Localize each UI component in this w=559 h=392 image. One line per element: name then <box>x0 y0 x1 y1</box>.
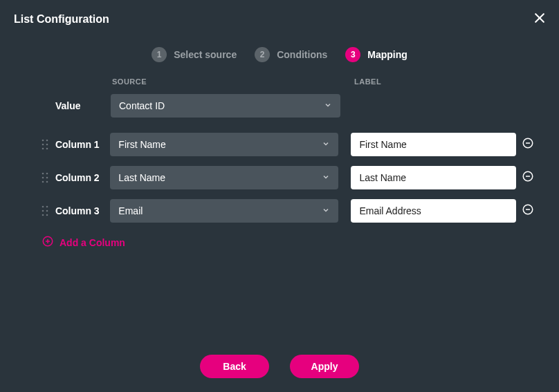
svg-point-20 <box>42 210 44 212</box>
svg-point-5 <box>46 144 48 146</box>
column-label: Column 2 <box>55 172 110 183</box>
svg-point-4 <box>42 144 44 146</box>
svg-point-11 <box>46 173 48 175</box>
value-source-select[interactable]: Contact ID <box>111 94 340 118</box>
mapping-content: SOURCE LABEL Value Contact ID Column 1 F… <box>0 77 559 342</box>
chevron-down-icon <box>322 205 330 216</box>
minus-circle-icon <box>522 170 534 185</box>
svg-point-23 <box>46 214 48 216</box>
step-label: Mapping <box>367 49 407 60</box>
value-label: Value <box>55 100 111 111</box>
column-source-select[interactable]: Last Name <box>110 166 338 189</box>
add-column-button[interactable]: Add a Column <box>42 235 125 250</box>
svg-point-7 <box>46 148 48 150</box>
svg-point-18 <box>42 206 44 208</box>
remove-column-button[interactable] <box>522 203 534 218</box>
list-config-modal: List Configuration 1 Select source 2 Con… <box>0 0 559 392</box>
chevron-down-icon <box>322 172 330 183</box>
modal-title: List Configuration <box>14 13 109 26</box>
drag-handle-icon[interactable] <box>42 172 55 183</box>
step-label: Conditions <box>277 49 327 60</box>
column-headers: SOURCE LABEL <box>42 77 534 86</box>
svg-point-12 <box>42 177 44 179</box>
drag-handle-icon[interactable] <box>42 139 55 150</box>
back-button[interactable]: Back <box>200 355 269 378</box>
svg-point-2 <box>42 140 44 142</box>
svg-point-21 <box>46 210 48 212</box>
select-value: Last Name <box>118 172 165 183</box>
remove-column-button[interactable] <box>522 170 534 185</box>
minus-circle-icon <box>522 137 534 152</box>
svg-point-10 <box>42 173 44 175</box>
svg-point-13 <box>46 177 48 179</box>
apply-button[interactable]: Apply <box>290 355 359 378</box>
svg-point-3 <box>46 140 48 142</box>
modal-header: List Configuration <box>0 0 559 39</box>
minus-circle-icon <box>522 203 534 218</box>
svg-point-22 <box>42 214 44 216</box>
wizard-stepper: 1 Select source 2 Conditions 3 Mapping <box>0 39 559 77</box>
step-label: Select source <box>174 49 237 60</box>
select-value: First Name <box>118 139 165 150</box>
step-number: 1 <box>152 47 167 62</box>
step-mapping[interactable]: 3 Mapping <box>345 47 407 62</box>
chevron-down-icon <box>322 139 330 150</box>
value-row: Value Contact ID <box>42 94 534 118</box>
svg-point-15 <box>46 181 48 183</box>
svg-point-19 <box>46 206 48 208</box>
remove-column-button[interactable] <box>522 137 534 152</box>
step-number: 3 <box>345 47 360 62</box>
label-header: LABEL <box>340 77 381 86</box>
column-source-select[interactable]: Email <box>110 199 338 223</box>
source-header: SOURCE <box>111 77 340 86</box>
column-row: Column 2 Last Name <box>42 166 534 189</box>
add-column-label: Add a Column <box>59 237 125 248</box>
column-source-select[interactable]: First Name <box>110 133 338 156</box>
close-button[interactable] <box>533 11 547 28</box>
select-value: Contact ID <box>119 100 165 111</box>
column-label-input[interactable] <box>351 166 516 189</box>
column-row: Column 3 Email <box>42 199 534 223</box>
column-label: Column 1 <box>55 139 110 150</box>
column-label: Column 3 <box>55 205 110 216</box>
select-value: Email <box>118 205 143 216</box>
drag-handle-icon[interactable] <box>42 205 55 216</box>
svg-point-14 <box>42 181 44 183</box>
step-conditions[interactable]: 2 Conditions <box>255 47 327 62</box>
close-icon <box>533 11 547 28</box>
column-row: Column 1 First Name <box>42 133 534 156</box>
column-label-input[interactable] <box>351 199 516 223</box>
svg-point-6 <box>42 148 44 150</box>
modal-footer: Back Apply <box>0 342 559 392</box>
step-number: 2 <box>255 47 270 62</box>
chevron-down-icon <box>324 100 332 111</box>
plus-circle-icon <box>42 235 54 250</box>
step-select-source[interactable]: 1 Select source <box>152 47 237 62</box>
column-label-input[interactable] <box>351 133 516 156</box>
